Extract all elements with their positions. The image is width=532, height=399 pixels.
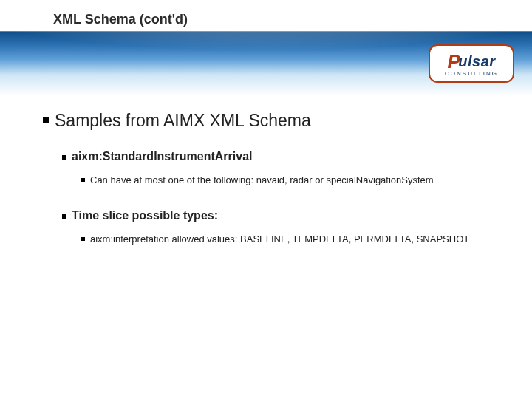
section-heading: aixm:StandardInstrumentArrival — [62, 150, 502, 163]
slide-title: XML Schema (cont'd) — [53, 12, 188, 27]
content: Samples from AIMX XML Schema aixm:Standa… — [43, 111, 502, 267]
heading-text: Samples from AIMX XML Schema — [55, 111, 311, 131]
section-label: aixm:StandardInstrumentArrival — [72, 150, 253, 163]
section-label: Time slice possible types: — [72, 209, 218, 222]
section-item: Can have at most one of the following: n… — [81, 174, 502, 187]
logo-brand: Pulsar — [447, 50, 495, 69]
heading-bullet: Samples from AIMX XML Schema — [43, 111, 502, 131]
logo: Pulsar CONSULTING — [429, 44, 514, 83]
slide: XML Schema (cont'd) Pulsar CONSULTING Sa… — [0, 0, 532, 399]
section-item-text: aixm:interpretation allowed values: BASE… — [90, 233, 469, 246]
bullet-icon — [62, 214, 66, 219]
bullet-icon — [81, 237, 85, 241]
section-item-text: Can have at most one of the following: n… — [90, 174, 434, 187]
section-heading: Time slice possible types: — [62, 209, 502, 222]
bullet-icon — [43, 117, 49, 123]
logo-swoosh: P — [447, 52, 460, 71]
section-item: aixm:interpretation allowed values: BASE… — [81, 233, 502, 246]
bullet-icon — [81, 178, 85, 182]
logo-brand-text: ulsar — [458, 53, 495, 69]
bullet-icon — [62, 155, 66, 160]
